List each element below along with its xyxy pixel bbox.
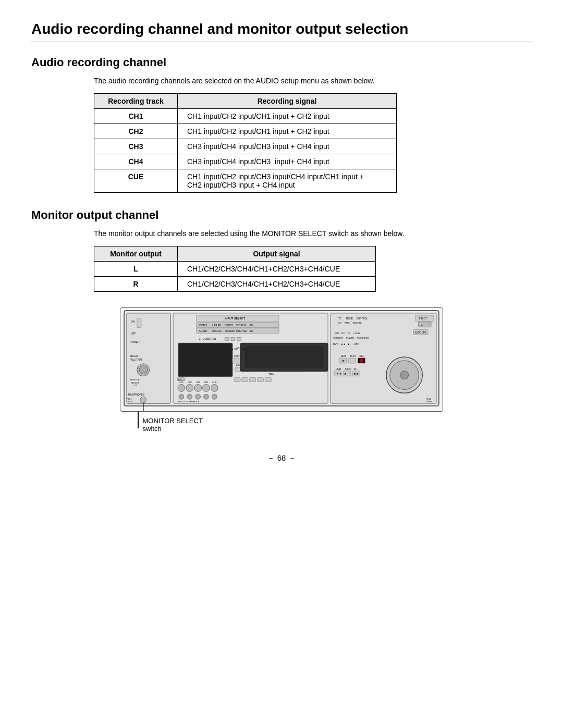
svg-text:STOP: STOP (345, 368, 351, 371)
svg-text:SELECT: SELECT (131, 381, 139, 384)
svg-text:AUDIO: AUDIO (199, 330, 207, 332)
svg-point-41 (186, 385, 193, 392)
svg-text:AES/EBU: AES/EBU (225, 330, 235, 332)
svg-text:HEADPHONES: HEADPHONES (128, 393, 144, 396)
svg-text:SDI: SDI (250, 324, 253, 327)
svg-text:INT: INT (338, 322, 342, 324)
svg-rect-3 (137, 318, 141, 328)
svg-text:▲: ▲ (421, 324, 423, 326)
svg-rect-31 (225, 337, 229, 340)
table-row: CH1CH1 input/CH2 input/CH1 input + CH2 i… (94, 109, 397, 124)
svg-text:EDIT: EDIT (341, 355, 346, 357)
table-row: CH2CH1 input/CH2 input/CH1 input + CH2 i… (94, 124, 397, 139)
table-header-track: Recording track (94, 94, 178, 109)
svg-text:REMOTE: REMOTE (353, 322, 362, 324)
section2-heading: Monitor output channel (31, 208, 532, 222)
svg-text:ON: ON (131, 320, 135, 323)
signal-cell: CH1 input/CH2 input/CH1 input + CH2 inpu… (178, 124, 397, 139)
section1-heading: Audio recording channel (31, 56, 532, 69)
svg-point-42 (194, 385, 202, 392)
svg-text:STAND BY: STAND BY (333, 337, 344, 339)
svg-rect-99 (232, 358, 241, 363)
table-row: CH4CH3 input/CH4 input/CH3 input+ CH4 in… (94, 154, 397, 169)
svg-rect-121 (265, 378, 271, 382)
svg-point-77 (359, 359, 363, 363)
table-row: CUECH1 input/CH2 input/CH3 input/CH4 inp… (94, 169, 397, 193)
svg-point-46 (187, 394, 192, 399)
svg-text:CUE: CUE (212, 381, 217, 384)
svg-text:USER SET: USER SET (236, 330, 248, 332)
table-header-monitor: Monitor output (94, 246, 178, 262)
svg-text:SDTEV/A: SDTEV/A (236, 324, 246, 327)
track-cell: CUE (94, 169, 178, 193)
svg-text:FF: FF (354, 368, 357, 371)
svg-text:POWER: POWER (130, 341, 140, 343)
monitor-cell: R (94, 277, 178, 292)
svg-text:TC: TC (338, 317, 342, 320)
svg-point-44 (211, 385, 218, 392)
svg-text:CH CONDITION: CH CONDITION (199, 338, 216, 340)
svg-text:TAPE: TAPE (345, 322, 350, 324)
signal-cell: CH3 input/CH4 input/CH3 input + CH4 inpu… (178, 139, 397, 154)
output-signal-cell: CH1/CH2/CH3/CH4/CH1+CH2/CH3+CH4/CUE (178, 277, 376, 292)
svg-text:EJECT: EJECT (419, 317, 427, 320)
track-cell: CH4 (94, 154, 178, 169)
svg-point-48 (204, 394, 209, 399)
svg-rect-123 (246, 347, 323, 367)
section1-description: The audio recording channels are selecte… (94, 77, 532, 85)
signal-cell: CH1 input/CH2 input/CH3 input/CH4 input/… (178, 169, 397, 193)
svg-text:CH2: CH2 (188, 381, 192, 384)
svg-text:Y PR PB: Y PR PB (212, 324, 221, 327)
svg-rect-117 (234, 378, 240, 382)
svg-text:CF: CF (242, 348, 246, 350)
monitor-output-table: Monitor output Output signal LCH1/CH2/CH… (94, 246, 376, 292)
svg-text:OPEN: OPEN (426, 400, 432, 403)
table-row: CH3CH3 input/CH4 input/CH3 input + CH4 i… (94, 139, 397, 154)
svg-text:◄◄: ◄◄ (336, 372, 342, 375)
svg-text:▶: ▶ (342, 359, 345, 362)
svg-point-43 (203, 385, 210, 392)
svg-text:SDI: SDI (250, 330, 253, 332)
svg-text:FULL/TRIM: FULL/TRIM (130, 359, 142, 361)
svg-text:◄ FULL FOR VARIABLE ►: ◄ FULL FOR VARIABLE ► (177, 401, 200, 403)
svg-rect-118 (242, 378, 248, 382)
svg-text:LOCAL: LOCAL (354, 332, 361, 335)
table-row: LCH1/CH2/CH3/CH4/CH1+CH2/CH3+CH4/CUE (94, 262, 376, 277)
svg-text:CONTROL: CONTROL (357, 317, 368, 320)
svg-text:REV: REV (333, 343, 338, 346)
section2-description: The monitor output channels are selected… (94, 229, 532, 238)
svg-text:TRIM: TRIM (268, 373, 274, 376)
recording-channel-table: Recording track Recording signal CH1CH1 … (94, 93, 397, 193)
page-number: － 68 － (31, 453, 532, 463)
svg-text:MODE: MODE (346, 317, 353, 320)
svg-text:CH1: CH1 (179, 381, 183, 384)
figure-caption-line2: switch (143, 425, 203, 433)
svg-text:CH3: CH3 (196, 381, 201, 384)
svg-rect-33 (237, 337, 241, 340)
figure-caption-line1: MONITOR SELECT (143, 417, 203, 425)
svg-rect-56 (418, 322, 431, 327)
svg-text:CMPST: CMPST (225, 324, 233, 327)
svg-text:▲: ▲ (231, 348, 234, 350)
svg-text:AUTO DPE: AUTO DPE (414, 331, 426, 334)
svg-point-14 (140, 397, 146, 403)
svg-text:REW: REW (336, 368, 341, 371)
device-diagram: ON OFF POWER METER FULL/TRIM MONITOR SEL… (120, 307, 443, 412)
svg-text:U/R: U/R (335, 332, 339, 335)
svg-rect-75 (349, 358, 356, 363)
svg-text:MONITOR: MONITOR (130, 378, 140, 381)
svg-text:▶▶: ▶▶ (354, 372, 359, 375)
output-signal-cell: CH1/CH2/CH3/CH4/CH1+CH2/CH3+CH4/CUE (178, 262, 376, 277)
svg-point-47 (195, 394, 201, 399)
svg-text:EXT: EXT (341, 332, 346, 335)
svg-text:►: ► (348, 343, 350, 346)
svg-text:RECORDER: RECORDER (357, 337, 369, 339)
svg-rect-32 (231, 337, 235, 340)
svg-text:CH4: CH4 (204, 381, 209, 384)
svg-text:OFF: OFF (131, 332, 136, 335)
svg-rect-120 (257, 378, 263, 382)
svg-text:REC: REC (359, 355, 364, 357)
track-cell: CH3 (94, 139, 178, 154)
svg-text:PLAYER: PLAYER (346, 337, 354, 339)
table-row: RCH1/CH2/CH3/CH4/CH1+CH2/CH3+CH4/CUE (94, 277, 376, 292)
